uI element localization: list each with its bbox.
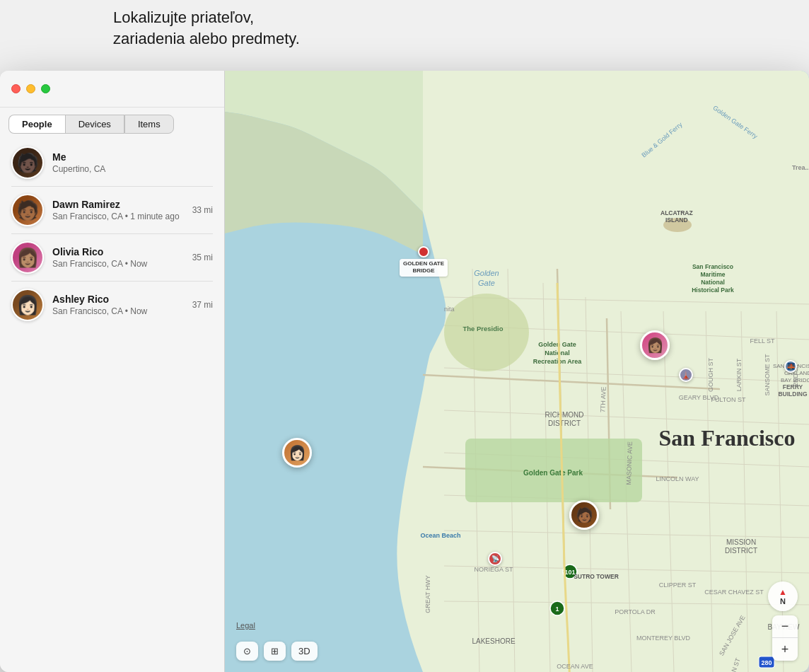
map-pin-ashley[interactable]: 👩🏻 [282, 438, 312, 468]
titlebar [0, 71, 224, 108]
svg-text:Recreation Area: Recreation Area [533, 358, 583, 365]
svg-text:Golden Gate Park: Golden Gate Park [523, 469, 583, 477]
map-type-button[interactable]: ⊞ [264, 642, 286, 661]
svg-text:GREAT HWY: GREAT HWY [424, 575, 431, 613]
svg-text:National: National [701, 279, 725, 286]
avatar-dawn: 🧑🏾 [11, 194, 44, 226]
svg-text:RICHMOND: RICHMOND [545, 411, 584, 419]
avatar-me: 🧑🏿 [11, 146, 44, 179]
svg-text:Golden Gate: Golden Gate [538, 341, 576, 348]
map-pin-sutro: 📡 [488, 552, 502, 566]
svg-text:nita: nita [444, 306, 455, 313]
svg-text:LINCOLN WAY: LINCOLN WAY [656, 475, 699, 482]
minimize-button[interactable] [26, 84, 35, 93]
tab-people[interactable]: People [8, 115, 65, 134]
maximize-button[interactable] [41, 84, 50, 93]
alcatraz-label: ALCATRAZ ISLAND [660, 209, 693, 224]
person-item-dawn[interactable]: 🧑🏾 Dawn Ramirez San Francisco, CA • 1 mi… [0, 187, 224, 233]
svg-text:PORTOLA DR: PORTOLA DR [615, 608, 656, 615]
svg-text:The Presidio: The Presidio [462, 325, 503, 332]
svg-text:Golden: Golden [474, 269, 499, 277]
person-item-ashley[interactable]: 👩🏻 Ashley Rico San Francisco, CA • Now 3… [0, 282, 224, 328]
tab-devices[interactable]: Devices [65, 115, 124, 134]
compass[interactable]: ▲ N [768, 581, 798, 611]
svg-text:San Francisco: San Francisco [659, 425, 796, 451]
legal-link[interactable]: Legal [236, 621, 255, 630]
location-icon: ⊙ [243, 646, 251, 656]
zoom-in-button[interactable]: + [772, 638, 798, 661]
person-location-me: Cupertino, CA [52, 163, 213, 175]
svg-text:Trea...: Trea... [792, 164, 809, 171]
person-location-ashley: San Francisco, CA • Now [52, 306, 187, 318]
svg-point-26 [444, 294, 529, 371]
svg-text:OCEAN AVE: OCEAN AVE [557, 663, 593, 670]
person-distance-olivia: 35 mi [192, 253, 213, 262]
person-distance-ashley: 37 mi [192, 300, 213, 310]
svg-text:GOUGH ST: GOUGH ST [707, 358, 714, 393]
person-name-me: Me [52, 151, 213, 163]
person-name-olivia: Olivia Rico [52, 245, 187, 258]
svg-text:FULTON ST: FULTON ST [711, 396, 746, 403]
person-location-dawn: San Francisco, CA • 1 minute ago [52, 211, 187, 223]
svg-text:San Francisco: San Francisco [692, 263, 733, 270]
map-controls-bottom: ⊙ ⊞ 3D [236, 642, 318, 661]
tab-items[interactable]: Items [124, 115, 174, 134]
person-info-ashley: Ashley Rico San Francisco, CA • Now [52, 293, 187, 318]
svg-text:SUTRO TOWER: SUTRO TOWER [574, 573, 619, 580]
svg-text:FELL ST: FELL ST [750, 337, 775, 344]
svg-text:FERRY: FERRY [783, 383, 803, 390]
map-pin-olivia[interactable]: 👩🏽 [640, 330, 670, 360]
compass-label: N [780, 597, 786, 606]
app-window: People Devices Items 🧑🏿 Me Cupertino, CA [0, 71, 809, 672]
tab-bar: People Devices Items [0, 108, 224, 134]
map-pin-dawn[interactable]: 🧑🏾 [569, 500, 599, 530]
map-type-icon: ⊞ [271, 646, 279, 656]
svg-text:BUILDING: BUILDING [778, 390, 807, 398]
svg-text:SANSOME ST: SANSOME ST [764, 354, 771, 396]
map-pin-embarcadero: 🗼 [679, 368, 693, 382]
map-area[interactable]: Golden Gate Park The Presidio Golden Gat… [225, 71, 809, 672]
svg-text:MASONIC AVE: MASONIC AVE [625, 441, 634, 485]
person-info-olivia: Olivia Rico San Francisco, CA • Now [52, 245, 187, 270]
close-button[interactable] [11, 84, 21, 93]
person-location-olivia: San Francisco, CA • Now [52, 258, 187, 270]
svg-text:1: 1 [555, 606, 559, 613]
map-svg: Golden Gate Park The Presidio Golden Gat… [225, 71, 809, 672]
svg-text:CESAR CHAVEZ ST: CESAR CHAVEZ ST [704, 589, 764, 596]
map-pin-bridge-east: 🌉 [784, 360, 797, 373]
svg-text:LAKESHORE: LAKESHORE [472, 637, 515, 645]
location-button[interactable]: ⊙ [236, 642, 258, 661]
svg-text:Historical Park: Historical Park [692, 286, 734, 294]
people-list: 🧑🏿 Me Cupertino, CA 🧑🏾 Dawn Ramirez San … [0, 134, 224, 672]
svg-text:LARKIN ST: LARKIN ST [735, 358, 743, 391]
zoom-out-button[interactable]: − [772, 615, 798, 638]
person-distance-dawn: 33 mi [192, 205, 213, 215]
map-controls-right: ▲ N − + [768, 581, 798, 661]
svg-text:MONTEREY BLVD: MONTEREY BLVD [636, 635, 691, 642]
tooltip-annotation: Lokalizujte priateľov, zariadenia alebo … [113, 7, 300, 49]
person-name-dawn: Dawn Ramirez [52, 198, 187, 211]
bridge-pin: GOLDEN GATEBRIDGE [400, 246, 448, 277]
avatar-olivia: 👩🏽 [11, 241, 44, 274]
svg-text:7TH AVE: 7TH AVE [599, 387, 607, 413]
svg-text:DISTRICT: DISTRICT [548, 419, 581, 427]
person-info-me: Me Cupertino, CA [52, 151, 213, 175]
compass-north: ▲ [779, 587, 787, 597]
sidebar: People Devices Items 🧑🏿 Me Cupertino, CA [0, 71, 225, 672]
svg-text:Ocean Beach: Ocean Beach [420, 532, 460, 539]
svg-text:Gate: Gate [478, 279, 495, 287]
svg-text:DISTRICT: DISTRICT [725, 547, 757, 555]
person-item-olivia[interactable]: 👩🏽 Olivia Rico San Francisco, CA • Now 3… [0, 234, 224, 281]
person-name-ashley: Ashley Rico [52, 293, 187, 306]
avatar-ashley: 👩🏻 [11, 289, 44, 321]
traffic-lights [11, 84, 50, 93]
svg-text:National: National [545, 349, 570, 357]
svg-text:NORIEGA ST: NORIEGA ST [474, 566, 513, 573]
person-info-dawn: Dawn Ramirez San Francisco, CA • 1 minut… [52, 198, 187, 223]
zoom-controls: − + [772, 615, 798, 661]
svg-text:Maritime: Maritime [701, 271, 726, 278]
svg-text:BAY BRIDGE: BAY BRIDGE [781, 377, 809, 383]
person-item-me[interactable]: 🧑🏿 Me Cupertino, CA [0, 139, 224, 186]
svg-text:CLIPPER ST: CLIPPER ST [659, 581, 697, 589]
3d-button[interactable]: 3D [291, 642, 318, 661]
